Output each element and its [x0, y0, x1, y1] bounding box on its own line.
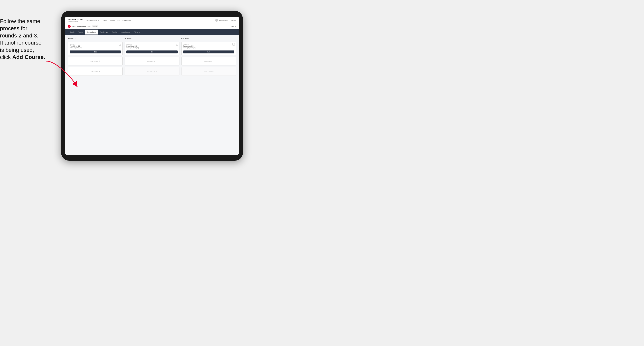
tab-details[interactable]: Details [68, 29, 76, 34]
add-course-r1-1-card[interactable]: Add Course + [68, 57, 122, 65]
nav-rankings[interactable]: RANKINGS [122, 19, 131, 21]
course-label-r1-a: (Course A) [70, 44, 121, 45]
course-details-r3-a: Yellow (M) (6629 yds) [183, 47, 234, 48]
add-course-r3-2-label: Add Course + [204, 70, 214, 73]
tablet-screen: SCOREBOARD Powered by clippd TOURNAMENTS… [65, 17, 239, 155]
nav-tournaments[interactable]: TOURNAMENTS [86, 19, 99, 21]
tournament-bar: C Clippd Invitational (Men) Hosting Canc… [65, 24, 239, 29]
course-card-r2-a: ○ (Course A) Peachtree GC Yellow (M) (66… [124, 42, 179, 55]
round-2-header: Round 2 [124, 38, 179, 39]
remove-course-r1-a-button[interactable]: ○ [119, 43, 121, 45]
logo-title: SCOREBOARD [68, 19, 83, 21]
round-2-column: Round 2 ○ (Course A) Peachtree GC Yellow… [124, 38, 179, 76]
course-details-r2-a: Yellow (M) (6629 yds) [126, 47, 178, 48]
avatar [215, 19, 218, 22]
rounds-grid: Round 1 ○ (Course A) Peachtree GC Yellow… [68, 38, 236, 76]
course-card-r3-a: ○ (Course A) Peachtree GC Yellow (M) (66… [182, 42, 236, 55]
edit-course-r2-a-button[interactable]: Edit [126, 50, 178, 53]
edit-course-r1-a-button[interactable]: Edit [70, 50, 121, 53]
instruction-text: Follow the same process for rounds 2 and… [0, 18, 57, 61]
top-nav-right: blair@clippd.io | Sign out [215, 19, 236, 22]
top-nav: SCOREBOARD Powered by clippd TOURNAMENTS… [65, 17, 239, 24]
add-course-r3-1-card[interactable]: Add Course + [182, 57, 236, 65]
add-course-r3-1-label: Add Course + [204, 60, 214, 62]
tournament-bar-left: C Clippd Invitational (Men) Hosting [68, 25, 98, 28]
course-name-r2-a: Peachtree GC [126, 45, 178, 47]
edit-course-r3-a-button[interactable]: Edit [183, 50, 234, 53]
round-3-header: Round 3 [182, 38, 236, 39]
tablet-device: SCOREBOARD Powered by clippd TOURNAMENTS… [61, 11, 243, 161]
main-content: Round 1 ○ (Course A) Peachtree GC Yellow… [65, 35, 239, 155]
add-course-r1-1-label: Add Course + [90, 60, 100, 62]
nav-committee[interactable]: COMMITTEE [110, 19, 120, 21]
logo-subtitle: Powered by clippd [68, 21, 83, 22]
tab-tee-groups[interactable]: Tee Groups [98, 29, 110, 34]
course-name-r3-a: Peachtree GC [183, 45, 234, 47]
course-label-r3-a: (Course A) [183, 44, 234, 45]
round-3-column: Round 3 ○ (Course A) Peachtree GC Yellow… [182, 38, 236, 76]
remove-course-r3-a-button[interactable]: ○ [232, 43, 235, 45]
add-course-r2-2-card[interactable]: Add Course + [124, 67, 179, 76]
course-card-r1-a: ○ (Course A) Peachtree GC Yellow (M) (66… [68, 42, 122, 55]
tab-results[interactable]: Results [110, 29, 119, 34]
round-1-column: Round 1 ○ (Course A) Peachtree GC Yellow… [68, 38, 122, 76]
course-label-r2-a: (Course A) [126, 44, 178, 45]
course-name-r1-a: Peachtree GC [70, 45, 121, 47]
user-email: blair@clippd.io [219, 19, 228, 21]
add-course-r1-2-label: Add Course + [90, 70, 100, 73]
add-course-r2-1-card[interactable]: Add Course + [124, 57, 179, 65]
top-nav-left: SCOREBOARD Powered by clippd TOURNAMENTS… [68, 19, 131, 22]
add-course-r1-2-card[interactable]: Add Course + [68, 67, 122, 76]
c-logo-icon: C [68, 25, 71, 28]
add-course-r2-2-label: Add Course + [147, 70, 157, 73]
nav-teams[interactable]: TEAMS [102, 19, 107, 21]
tab-printables[interactable]: Printables [132, 29, 142, 34]
tab-teams[interactable]: Teams [76, 29, 85, 34]
sign-out-link[interactable]: Sign out [231, 19, 236, 21]
hosting-badge: Hosting [92, 25, 98, 27]
tabs-bar: Details Teams Course Setup Tee Groups Re… [65, 29, 239, 35]
tab-course-setup[interactable]: Course Setup [85, 29, 98, 34]
tournament-tag: (Men) [87, 26, 90, 27]
add-course-r2-1-label: Add Course + [147, 60, 157, 62]
course-details-r1-a: Yellow (M) (6629 yds) [70, 47, 121, 48]
cancel-button[interactable]: Cancel ✕ [230, 26, 236, 27]
top-nav-links: TOURNAMENTS TEAMS COMMITTEE RANKINGS [86, 19, 131, 21]
scoreboard-logo: SCOREBOARD Powered by clippd [68, 19, 83, 22]
add-course-r3-2-card[interactable]: Add Course + [182, 67, 236, 76]
tab-leaderboards[interactable]: Leaderboards [119, 29, 132, 34]
round-1-header: Round 1 [68, 38, 122, 39]
tournament-name: Clippd Invitational [72, 25, 86, 27]
remove-course-r2-a-button[interactable]: ○ [176, 43, 178, 45]
